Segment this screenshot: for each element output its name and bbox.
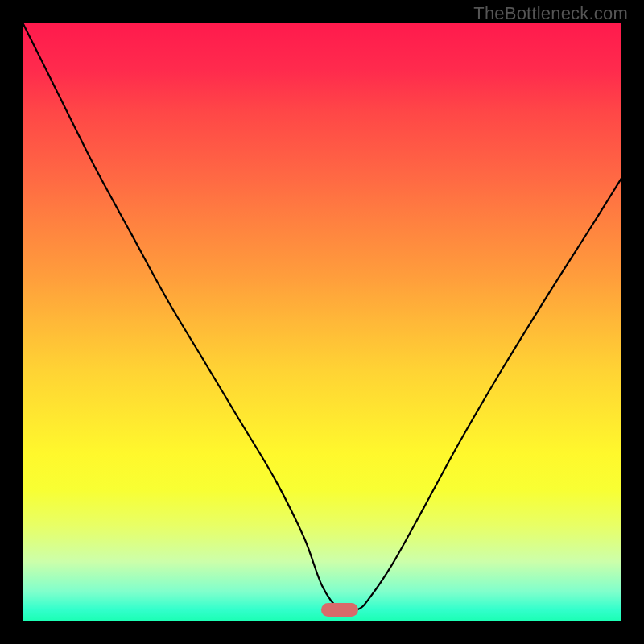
bottleneck-curve <box>23 23 621 612</box>
watermark-text: TheBottleneck.com <box>473 3 628 24</box>
optimal-point-marker <box>321 603 358 617</box>
chart-curve-layer <box>23 23 621 621</box>
